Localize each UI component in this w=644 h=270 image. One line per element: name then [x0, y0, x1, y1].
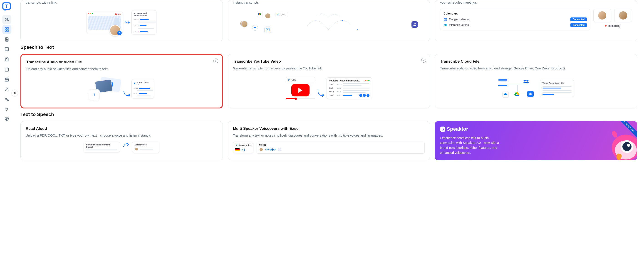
url-chip: URL	[286, 77, 315, 82]
card-speaktor-promo[interactable]: Coming Soon S Speaktor Experience seamle…	[435, 121, 637, 160]
cloud-illustration: Voice Recording - 03	[440, 75, 632, 102]
svg-point-11	[342, 20, 343, 21]
arrow-icon	[124, 19, 130, 26]
sidebar-notes-icon[interactable]	[2, 55, 11, 64]
url-chip: URL	[275, 12, 288, 17]
voice-recording-label: Voice Recording - 03	[542, 82, 572, 84]
card-desc: Generate transcripts from videos by past…	[233, 66, 425, 71]
sidebar-premium-icon[interactable]	[2, 115, 11, 124]
google-drive-icon	[514, 91, 520, 97]
svg-rect-23	[529, 93, 531, 95]
flag-de-icon	[235, 148, 240, 151]
svg-point-3	[7, 18, 8, 19]
youtube-play-icon	[291, 84, 310, 96]
svg-point-31	[622, 142, 632, 151]
avatar	[618, 11, 628, 20]
calendars-illustration: Calendars 31 Google Calendar Connected O…	[440, 9, 632, 34]
svg-point-25	[530, 94, 531, 94]
sidebar-gift-icon[interactable]	[2, 75, 11, 84]
card-desc: instant transcripts.	[233, 0, 425, 5]
card-title: Transcribe YouTube Video	[233, 59, 425, 64]
voices-label: Voices	[259, 144, 422, 146]
sidebar-expand-toggle[interactable]	[11, 90, 18, 96]
card-transcribe-file[interactable]: i Transcribe Audio or Video File Upload …	[20, 54, 223, 108]
card-instant-transcripts[interactable]: instant transcripts.	[228, 0, 430, 41]
svg-rect-5	[7, 28, 9, 29]
sidebar-translate-icon[interactable]	[2, 95, 11, 104]
card-multi-speaker[interactable]: Multi-Speaker Voiceovers with Ease Trans…	[228, 121, 430, 160]
file-illustration: Transcription File 01:12 01:12	[26, 75, 217, 103]
arrow-icon	[123, 90, 132, 99]
card-calendars[interactable]: your scheduled meetings. Calendars 31 Go…	[435, 0, 637, 41]
avatar	[598, 11, 607, 20]
sidebar-integrations-icon[interactable]	[2, 105, 11, 114]
sidebar-calendar-icon[interactable]	[2, 65, 11, 74]
yt-panel-title: Youtube - How to transcript...	[329, 79, 360, 82]
onedrive-icon	[502, 91, 509, 98]
sidebar-team-icon[interactable]	[2, 15, 11, 24]
multi-speaker-illustration: Select Voice Voices	[233, 142, 425, 153]
outlook-label: Microsoft Outlook	[449, 23, 470, 26]
svg-text:O: O	[444, 24, 445, 26]
calendars-heading: Calendars	[444, 12, 587, 15]
network-illustration: T URL	[233, 9, 425, 36]
sidebar: T	[0, 0, 14, 167]
sidebar-chat-icon[interactable]	[2, 45, 11, 54]
svg-text:T: T	[5, 4, 8, 9]
svg-rect-7	[7, 30, 9, 31]
app-logo[interactable]: T	[2, 2, 12, 12]
speaktor-mascot	[606, 128, 637, 160]
connected-badge: Connected	[570, 17, 587, 21]
google-calendar-label: Google Calendar	[449, 18, 470, 21]
speaktor-brand: S Speaktor	[440, 126, 632, 132]
select-voice-label: Select Voice	[135, 144, 157, 146]
svg-point-16	[414, 23, 415, 24]
card-title: Transcribe Cloud File	[440, 59, 632, 64]
google-meet-icon	[257, 11, 263, 17]
svg-point-12	[357, 29, 358, 30]
card-title: Transcribe Audio or Video File	[26, 60, 217, 64]
card-desc: transcripts with a link.	[26, 0, 218, 5]
dropbox-icon	[523, 79, 530, 85]
card-title: Multi-Speaker Voiceovers with Ease	[233, 126, 425, 131]
svg-rect-18	[444, 18, 447, 19]
read-aloud-illustration: Communication Content Speech Select Voic…	[26, 142, 218, 153]
svg-text:S: S	[442, 127, 444, 131]
svg-text:31: 31	[444, 19, 446, 20]
card-desc: Upload any audio or video files and conv…	[26, 67, 217, 72]
recording-dot-icon	[605, 25, 606, 26]
card-transcribe-cloud[interactable]: Transcribe Cloud File Transcribe audio o…	[435, 54, 637, 108]
bot-icon	[527, 91, 534, 97]
avatar	[265, 13, 271, 19]
card-desc: Transcribe audio or video from any cloud…	[440, 66, 632, 71]
ai-transcription-label: AI Generated Transcription	[134, 12, 154, 17]
section-title-text-to-speech: Text to Speech	[20, 112, 637, 117]
arrow-icon	[122, 142, 130, 148]
main-content: transcripts with a link. REC AI Generate…	[14, 0, 644, 167]
sidebar-profile-icon[interactable]	[2, 85, 11, 94]
recording-label: Recording	[608, 24, 620, 27]
card-desc: Upload a PDF, DOCx, TXT, or type your ow…	[26, 133, 218, 138]
arrow-icon	[317, 88, 325, 100]
svg-point-24	[530, 94, 530, 94]
svg-point-32	[627, 144, 630, 147]
svg-rect-6	[5, 30, 6, 31]
svg-point-15	[415, 23, 416, 24]
svg-rect-22	[446, 24, 447, 26]
card-desc: your scheduled meetings.	[440, 0, 632, 5]
avatar	[259, 147, 263, 152]
info-button[interactable]: i	[421, 58, 426, 63]
info-button[interactable]: i	[214, 58, 218, 63]
card-record-share[interactable]: transcripts with a link. REC AI Generate…	[20, 0, 223, 41]
card-read-aloud[interactable]: Read Aloud Upload a PDF, DOCx, TXT, or t…	[20, 121, 223, 160]
google-calendar-icon: 31	[444, 17, 447, 21]
card-transcribe-youtube[interactable]: i Transcribe YouTube Video Generate tran…	[228, 54, 430, 108]
connected-badge: Connected	[570, 23, 587, 27]
transkriptor-logo-icon: T	[264, 26, 271, 33]
sidebar-dashboard-icon[interactable]	[2, 25, 11, 34]
outlook-icon: O	[444, 23, 447, 27]
svg-text:T: T	[267, 28, 268, 31]
sidebar-document-icon[interactable]	[2, 35, 11, 44]
svg-point-10	[6, 88, 8, 89]
svg-rect-4	[5, 28, 6, 29]
